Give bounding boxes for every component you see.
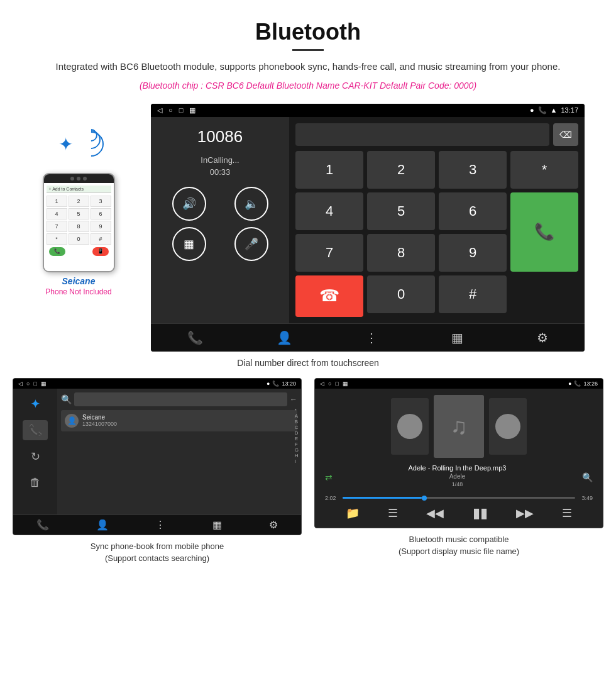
pb-nav-settings-icon[interactable]: ⚙	[269, 519, 278, 531]
status-right: ● 📞 ▲ 13:17	[530, 106, 578, 114]
music-home-icon: ○	[328, 380, 331, 387]
next-icon[interactable]: ▶▶	[516, 506, 534, 520]
music-time: 13:26	[583, 380, 598, 387]
equalizer-icon[interactable]: ☰	[562, 506, 572, 520]
car-screen: ◁ ○ □ ▦ ● 📞 ▲ 13:17 10086 InCalling...	[151, 104, 585, 352]
specs-text: (Bluetooth chip : CSR BC6 Default Blueto…	[38, 79, 578, 92]
play-pause-button[interactable]: ▮▮	[473, 505, 488, 521]
numpad-grid: 1 2 3 * 4 5 6 📞 7 8 9 ☎	[295, 151, 578, 317]
mic-button[interactable]: 🎤	[234, 227, 268, 261]
key-6[interactable]: 6	[439, 192, 507, 230]
pb-contact-row[interactable]: 👤 Seicane 13241007000	[61, 410, 297, 431]
pb-nav-contacts-icon[interactable]: 👤	[96, 519, 109, 531]
back-icon: ◁	[157, 106, 162, 114]
transfer-button[interactable]: ▦	[172, 227, 206, 261]
key-hash[interactable]: #	[439, 275, 507, 313]
prev-icon[interactable]: ◀◀	[426, 506, 444, 520]
key-3[interactable]: 3	[439, 151, 507, 189]
pb-home-icon: ○	[26, 380, 30, 387]
pb-body: ✦ 📞 ↻ 🗑 🔍 ← 👤 Seicane	[13, 389, 301, 514]
alpha-d: D	[295, 430, 299, 436]
phone-dot2	[77, 177, 80, 180]
pb-nav-call-icon[interactable]: 📞	[36, 519, 49, 531]
pb-status-bar: ◁ ○ □ ▦ ● 📞 13:20	[13, 379, 301, 389]
pb-alpha-list: * A B C D E F G H I	[294, 408, 300, 464]
pb-nav-keypad-icon[interactable]: ⋮	[155, 519, 165, 531]
phone-dot	[70, 177, 74, 180]
pb-square-icon: □	[33, 380, 36, 387]
pb-search-icon: 🔍	[61, 394, 72, 404]
alpha-h: H	[295, 453, 299, 458]
list-icon[interactable]: ☰	[388, 506, 398, 520]
progress-bar[interactable]	[343, 497, 575, 499]
nav-call-icon[interactable]: 📞	[187, 330, 203, 345]
key-1[interactable]: 1	[295, 151, 363, 189]
number-input-field[interactable]	[295, 123, 549, 146]
status-left: ◁ ○ □ ▦	[157, 106, 195, 114]
progress-fill	[343, 497, 422, 499]
pb-search-bar[interactable]	[74, 392, 287, 406]
nav-settings-icon[interactable]: ⚙	[537, 330, 548, 345]
volume-up-button[interactable]: 🔊	[172, 187, 206, 221]
phone-keypad: 1 2 3 4 5 6 7 8 9 * 0 #	[47, 196, 111, 245]
bottom-row: ◁ ○ □ ▦ ● 📞 13:20 ✦ 📞 ↻ 🗑	[0, 378, 616, 565]
call-button[interactable]: 📞	[510, 192, 578, 272]
music-square-icon: □	[335, 380, 338, 387]
pb-sync-icon[interactable]: ↻	[23, 447, 48, 467]
music-search-icon[interactable]: 🔍	[582, 472, 593, 482]
wifi-icon: ▲	[551, 106, 558, 114]
pb-nav-transfer-icon[interactable]: ▦	[212, 519, 222, 531]
key-star[interactable]: *	[510, 151, 578, 189]
phone-key-star: *	[47, 233, 67, 245]
phone-key-5: 5	[69, 208, 89, 219]
pb-delete-icon[interactable]: 🗑	[23, 473, 48, 493]
end-call-button[interactable]: ☎	[295, 275, 363, 317]
music-shuffle-row: ⇄ Adele - Rolling In the Deep.mp3 Adele …	[325, 464, 593, 491]
dialer-left-panel: 10086 InCalling... 00:33 🔊 🔈 ▦ 🎤	[151, 117, 289, 323]
pb-phone-sidebar-icon[interactable]: 📞	[23, 420, 48, 440]
music-main: ♫ ⇄ Adele - Rolling In the Deep.mp3 Adel…	[315, 389, 603, 528]
pb-back-arrow[interactable]: ←	[290, 395, 297, 404]
folder-icon[interactable]: 📁	[346, 506, 360, 520]
dialer-status: InCalling...	[161, 155, 279, 165]
pb-phone-icon: 📞	[272, 380, 279, 387]
nav-transfer-icon[interactable]: ▦	[451, 330, 463, 345]
music-albums-row: ♫	[391, 395, 527, 458]
album-art-center: ♫	[434, 395, 484, 458]
music-item: ◁ ○ □ ▦ ● 📞 13:26	[314, 378, 603, 565]
phone-status-icon: 📞	[538, 106, 547, 114]
phonebook-item: ◁ ○ □ ▦ ● 📞 13:20 ✦ 📞 ↻ 🗑	[13, 378, 302, 565]
shuffle-icon[interactable]: ⇄	[325, 472, 333, 482]
phone-key-0: 0	[69, 233, 89, 245]
clear-button[interactable]: ⌫	[553, 123, 578, 146]
alpha-e: E	[295, 436, 299, 441]
volume-down-button[interactable]: 🔈	[234, 187, 268, 221]
key-8[interactable]: 8	[367, 234, 435, 272]
car-screen-area: ◁ ○ □ ▦ ● 📞 ▲ 13:17 10086 InCalling...	[145, 104, 603, 352]
dialer-numpad-panel: ⌫ 1 2 3 * 4 5 6 📞 7 8	[289, 117, 585, 323]
phone-key-3: 3	[91, 196, 111, 207]
pb-location-icon: ●	[267, 380, 270, 387]
pb-search-row: 🔍 ←	[61, 392, 297, 406]
key-9[interactable]: 9	[439, 234, 507, 272]
phone-screen: + Add to Contacts 1 2 3 4 5 6 7 8 9 * 0 …	[44, 183, 114, 271]
nav-keypad-icon[interactable]: ⋮	[365, 330, 378, 345]
bluetooth-icon-area: ✦	[53, 123, 104, 167]
description-text: Integrated with BC6 Bluetooth module, su…	[38, 60, 578, 74]
key-2[interactable]: 2	[367, 151, 435, 189]
phone-device-mockup: + Add to Contacts 1 2 3 4 5 6 7 8 9 * 0 …	[43, 173, 115, 272]
pb-status-left: ◁ ○ □ ▦	[18, 380, 47, 387]
page-header: Bluetooth Integrated with BC6 Bluetooth …	[0, 0, 616, 104]
number-input-row: ⌫	[295, 123, 578, 146]
alpha-c: C	[295, 425, 299, 430]
nav-contacts-icon[interactable]: 👤	[277, 330, 292, 345]
pb-time: 13:20	[282, 380, 296, 387]
pb-main: 🔍 ← 👤 Seicane 13241007000 *	[57, 389, 301, 514]
key-5[interactable]: 5	[367, 192, 435, 230]
key-7[interactable]: 7	[295, 234, 363, 272]
pb-notif-icon: ▦	[41, 380, 47, 387]
main-section: ✦ + Add to Contacts 1 2 3 4	[0, 104, 616, 352]
total-time: 3:49	[578, 495, 593, 501]
key-0[interactable]: 0	[367, 275, 435, 313]
key-4[interactable]: 4	[295, 192, 363, 230]
